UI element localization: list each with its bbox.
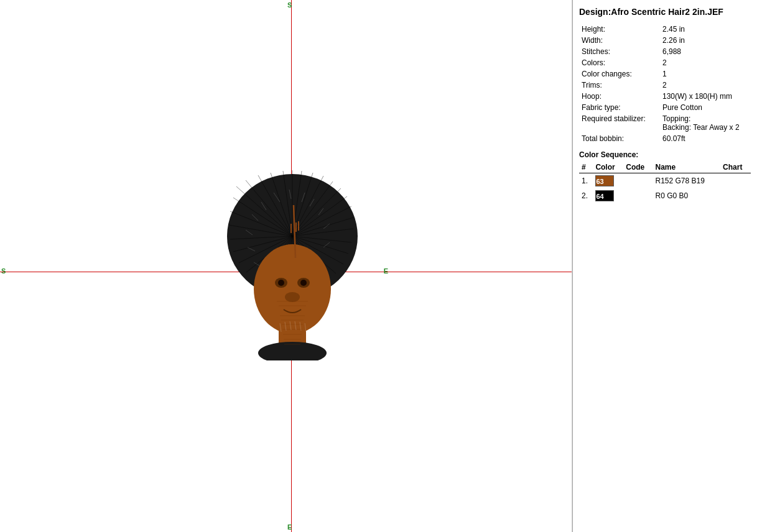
axis-label-s-left: S [1, 267, 6, 275]
value-color-changes: 1 [660, 68, 751, 80]
label-color-changes: Color changes: [579, 68, 660, 80]
value-hoop: 130(W) x 180(H) mm [660, 91, 751, 102]
value-required-stabilizer: Topping: Backing: Tear Away x 2 [660, 113, 751, 133]
col-header-num: # [579, 162, 593, 173]
color-swatch-cell: 64 [593, 188, 623, 203]
color-row-num: 2. [579, 188, 593, 203]
value-trims: 2 [660, 80, 751, 91]
svg-point-59 [285, 292, 300, 302]
svg-point-54 [258, 342, 327, 360]
label-trims: Trims: [579, 80, 660, 91]
color-row-name: R0 G0 B0 [653, 188, 720, 203]
value-colors: 2 [660, 57, 751, 68]
value-width: 2.26 in [660, 35, 751, 46]
info-panel: Design:Afro Scentric Hair2 2in.JEF Heigh… [572, 0, 757, 532]
color-sequence-table: # Color Code Name Chart 1.63R152 G78 B19… [579, 162, 751, 203]
color-table-row: 1.63R152 G78 B19 [579, 173, 751, 189]
color-table-row: 2.64R0 G0 B0 [579, 188, 751, 203]
col-header-name: Name [653, 162, 720, 173]
axis-label-e-bottom: E [287, 523, 292, 531]
svg-point-57 [278, 280, 284, 286]
embroidery-design [199, 155, 386, 360]
col-header-code: Code [623, 162, 653, 173]
value-total-bobbin: 60.07ft [660, 133, 751, 144]
color-row-num: 1. [579, 173, 593, 189]
label-required-stabilizer: Required stabilizer: [579, 113, 660, 133]
color-swatch-cell: 63 [593, 173, 623, 189]
col-header-chart: Chart [720, 162, 751, 173]
svg-point-58 [300, 280, 307, 286]
color-sequence-label: Color Sequence: [579, 150, 751, 159]
label-width: Width: [579, 35, 660, 46]
label-colors: Colors: [579, 57, 660, 68]
color-row-code [623, 188, 653, 203]
canvas-area: S S E E [0, 0, 572, 532]
color-row-chart [720, 188, 751, 203]
label-stitches: Stitches: [579, 46, 660, 57]
value-stitches: 6,988 [660, 46, 751, 57]
color-row-code [623, 173, 653, 189]
design-title: Design:Afro Scentric Hair2 2in.JEF [579, 6, 751, 17]
value-fabric-type: Pure Cotton [660, 102, 751, 113]
design-info-table: Height: 2.45 in Width: 2.26 in Stitches:… [579, 24, 751, 144]
value-height: 2.45 in [660, 24, 751, 35]
color-row-name: R152 G78 B19 [653, 173, 720, 189]
color-row-chart [720, 173, 751, 189]
label-hoop: Hoop: [579, 91, 660, 102]
label-total-bobbin: Total bobbin: [579, 133, 660, 144]
col-header-color: Color [593, 162, 623, 173]
axis-label-s-top: S [287, 1, 292, 9]
label-fabric-type: Fabric type: [579, 102, 660, 113]
label-height: Height: [579, 24, 660, 35]
